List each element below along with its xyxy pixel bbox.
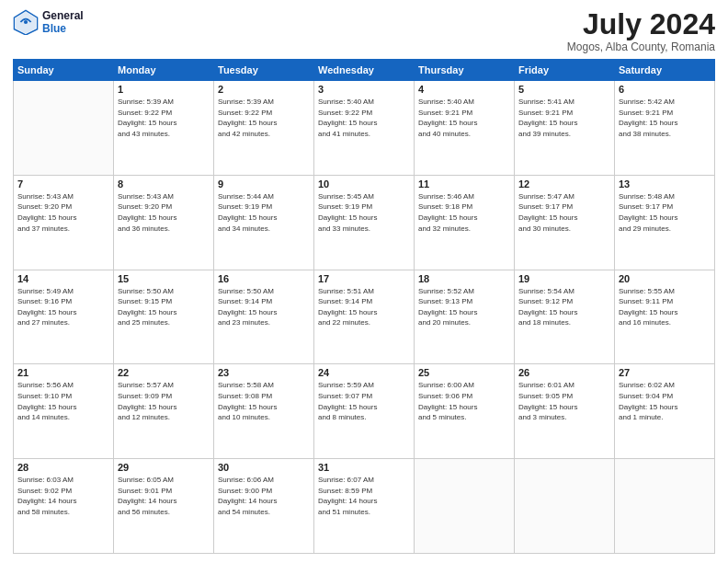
cell-content: Sunrise: 5:43 AM Sunset: 9:20 PM Dayligh… xyxy=(118,191,210,234)
cell-content: Sunrise: 5:49 AM Sunset: 9:16 PM Dayligh… xyxy=(17,286,109,328)
cell-content: Sunrise: 5:47 AM Sunset: 9:17 PM Dayligh… xyxy=(518,191,610,234)
cell-content: Sunrise: 5:55 AM Sunset: 9:11 PM Dayligh… xyxy=(619,286,711,328)
day-number: 29 xyxy=(118,462,210,473)
calendar-cell: 13Sunrise: 5:48 AM Sunset: 9:17 PM Dayli… xyxy=(615,175,715,270)
calendar-cell: 31Sunrise: 6:07 AM Sunset: 8:59 PM Dayli… xyxy=(314,459,415,554)
calendar-header-friday: Friday xyxy=(515,60,615,81)
calendar-cell: 15Sunrise: 5:50 AM Sunset: 9:15 PM Dayli… xyxy=(114,270,214,364)
svg-point-2 xyxy=(24,20,28,24)
calendar-cell xyxy=(14,81,114,176)
day-number: 14 xyxy=(17,273,109,284)
cell-content: Sunrise: 5:50 AM Sunset: 9:15 PM Dayligh… xyxy=(118,286,210,328)
calendar-week-row: 21Sunrise: 5:56 AM Sunset: 9:10 PM Dayli… xyxy=(14,364,715,459)
calendar-week-row: 14Sunrise: 5:49 AM Sunset: 9:16 PM Dayli… xyxy=(14,270,715,364)
day-number: 23 xyxy=(218,367,310,378)
calendar-cell: 1Sunrise: 5:39 AM Sunset: 9:22 PM Daylig… xyxy=(114,81,214,176)
cell-content: Sunrise: 5:46 AM Sunset: 9:18 PM Dayligh… xyxy=(418,191,510,234)
day-number: 25 xyxy=(418,367,510,378)
day-number: 17 xyxy=(318,273,410,284)
logo-text: General Blue xyxy=(42,9,84,36)
calendar-cell: 21Sunrise: 5:56 AM Sunset: 9:10 PM Dayli… xyxy=(14,364,114,459)
day-number: 30 xyxy=(218,462,310,473)
calendar-cell: 11Sunrise: 5:46 AM Sunset: 9:18 PM Dayli… xyxy=(415,175,515,270)
calendar-header-saturday: Saturday xyxy=(615,60,715,81)
calendar-cell xyxy=(615,459,715,554)
calendar-cell: 22Sunrise: 5:57 AM Sunset: 9:09 PM Dayli… xyxy=(114,364,214,459)
calendar-header-wednesday: Wednesday xyxy=(314,60,415,81)
calendar-cell: 9Sunrise: 5:44 AM Sunset: 9:19 PM Daylig… xyxy=(214,175,314,270)
calendar-cell: 24Sunrise: 5:59 AM Sunset: 9:07 PM Dayli… xyxy=(314,364,415,459)
cell-content: Sunrise: 5:44 AM Sunset: 9:19 PM Dayligh… xyxy=(218,191,310,234)
day-number: 22 xyxy=(118,367,210,378)
header: General Blue July 2024 Mogos, Alba Count… xyxy=(13,9,715,53)
calendar-cell: 26Sunrise: 6:01 AM Sunset: 9:05 PM Dayli… xyxy=(515,364,615,459)
cell-content: Sunrise: 5:45 AM Sunset: 9:19 PM Dayligh… xyxy=(318,191,410,234)
calendar-cell xyxy=(515,459,615,554)
calendar-week-row: 7Sunrise: 5:43 AM Sunset: 9:20 PM Daylig… xyxy=(14,175,715,270)
logo-blue: Blue xyxy=(42,22,84,35)
day-number: 13 xyxy=(619,178,711,190)
day-number: 21 xyxy=(17,367,109,378)
day-number: 19 xyxy=(518,273,610,284)
cell-content: Sunrise: 6:06 AM Sunset: 9:00 PM Dayligh… xyxy=(218,475,310,517)
cell-content: Sunrise: 6:05 AM Sunset: 9:01 PM Dayligh… xyxy=(118,475,210,517)
logo-area: General Blue xyxy=(13,9,84,36)
cell-content: Sunrise: 5:58 AM Sunset: 9:08 PM Dayligh… xyxy=(218,380,310,422)
day-number: 18 xyxy=(418,273,510,284)
cell-content: Sunrise: 5:56 AM Sunset: 9:10 PM Dayligh… xyxy=(17,380,109,422)
calendar-week-row: 1Sunrise: 5:39 AM Sunset: 9:22 PM Daylig… xyxy=(14,81,715,176)
location: Mogos, Alba County, Romania xyxy=(567,40,715,53)
day-number: 16 xyxy=(218,273,310,284)
cell-content: Sunrise: 5:40 AM Sunset: 9:22 PM Dayligh… xyxy=(318,97,410,139)
cell-content: Sunrise: 5:51 AM Sunset: 9:14 PM Dayligh… xyxy=(318,286,410,328)
calendar-header-sunday: Sunday xyxy=(14,60,114,81)
day-number: 11 xyxy=(418,178,510,190)
calendar-cell: 17Sunrise: 5:51 AM Sunset: 9:14 PM Dayli… xyxy=(314,270,415,364)
cell-content: Sunrise: 5:43 AM Sunset: 9:20 PM Dayligh… xyxy=(17,191,109,234)
calendar-cell: 8Sunrise: 5:43 AM Sunset: 9:20 PM Daylig… xyxy=(114,175,214,270)
cell-content: Sunrise: 5:59 AM Sunset: 9:07 PM Dayligh… xyxy=(318,380,410,422)
calendar-cell: 14Sunrise: 5:49 AM Sunset: 9:16 PM Dayli… xyxy=(14,270,114,364)
calendar-cell: 27Sunrise: 6:02 AM Sunset: 9:04 PM Dayli… xyxy=(615,364,715,459)
calendar-cell: 3Sunrise: 5:40 AM Sunset: 9:22 PM Daylig… xyxy=(314,81,415,176)
calendar-cell: 7Sunrise: 5:43 AM Sunset: 9:20 PM Daylig… xyxy=(14,175,114,270)
calendar-header-thursday: Thursday xyxy=(415,60,515,81)
calendar-cell: 28Sunrise: 6:03 AM Sunset: 9:02 PM Dayli… xyxy=(14,459,114,554)
cell-content: Sunrise: 5:39 AM Sunset: 9:22 PM Dayligh… xyxy=(218,97,310,139)
day-number: 15 xyxy=(118,273,210,284)
calendar-cell: 19Sunrise: 5:54 AM Sunset: 9:12 PM Dayli… xyxy=(515,270,615,364)
calendar-cell: 4Sunrise: 5:40 AM Sunset: 9:21 PM Daylig… xyxy=(415,81,515,176)
cell-content: Sunrise: 5:54 AM Sunset: 9:12 PM Dayligh… xyxy=(518,286,610,328)
day-number: 4 xyxy=(418,84,510,95)
cell-content: Sunrise: 6:01 AM Sunset: 9:05 PM Dayligh… xyxy=(518,380,610,422)
cell-content: Sunrise: 6:03 AM Sunset: 9:02 PM Dayligh… xyxy=(17,475,109,517)
calendar-header-row: SundayMondayTuesdayWednesdayThursdayFrid… xyxy=(14,60,715,81)
calendar-cell xyxy=(415,459,515,554)
day-number: 2 xyxy=(218,84,310,95)
logo-general: General xyxy=(42,9,84,22)
day-number: 3 xyxy=(318,84,410,95)
calendar-header-monday: Monday xyxy=(114,60,214,81)
cell-content: Sunrise: 5:52 AM Sunset: 9:13 PM Dayligh… xyxy=(418,286,510,328)
day-number: 10 xyxy=(318,178,410,190)
calendar-cell: 30Sunrise: 6:06 AM Sunset: 9:00 PM Dayli… xyxy=(214,459,314,554)
day-number: 9 xyxy=(218,178,310,190)
calendar-cell: 5Sunrise: 5:41 AM Sunset: 9:21 PM Daylig… xyxy=(515,81,615,176)
cell-content: Sunrise: 5:42 AM Sunset: 9:21 PM Dayligh… xyxy=(619,97,711,139)
calendar-cell: 29Sunrise: 6:05 AM Sunset: 9:01 PM Dayli… xyxy=(114,459,214,554)
day-number: 28 xyxy=(17,462,109,473)
day-number: 27 xyxy=(619,367,711,378)
month-title: July 2024 xyxy=(567,9,715,39)
cell-content: Sunrise: 5:41 AM Sunset: 9:21 PM Dayligh… xyxy=(518,97,610,139)
day-number: 26 xyxy=(518,367,610,378)
day-number: 20 xyxy=(619,273,711,284)
calendar-cell: 10Sunrise: 5:45 AM Sunset: 9:19 PM Dayli… xyxy=(314,175,415,270)
calendar-cell: 18Sunrise: 5:52 AM Sunset: 9:13 PM Dayli… xyxy=(415,270,515,364)
calendar-cell: 6Sunrise: 5:42 AM Sunset: 9:21 PM Daylig… xyxy=(615,81,715,176)
calendar-cell: 23Sunrise: 5:58 AM Sunset: 9:08 PM Dayli… xyxy=(214,364,314,459)
day-number: 24 xyxy=(318,367,410,378)
day-number: 12 xyxy=(518,178,610,190)
logo-icon xyxy=(13,9,39,35)
cell-content: Sunrise: 5:39 AM Sunset: 9:22 PM Dayligh… xyxy=(118,97,210,139)
day-number: 31 xyxy=(318,462,410,473)
